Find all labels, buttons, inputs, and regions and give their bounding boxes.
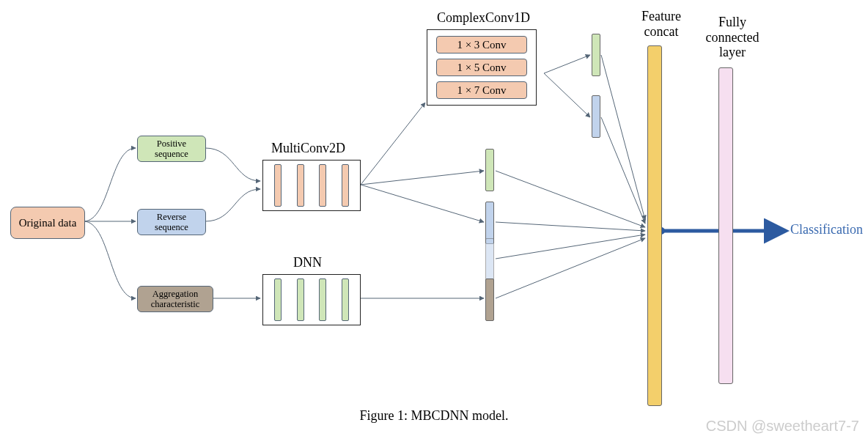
complex-out-green [592, 34, 600, 76]
fully-connected-label: Fully connected layer [696, 15, 769, 60]
aggregation-label: Aggregation characteristic [151, 289, 200, 310]
dnn-bar [274, 278, 282, 321]
dnn-bar [319, 278, 326, 321]
reverse-sequence-node: Reverse sequence [137, 209, 206, 235]
conv-row-text: 1 × 5 Conv [457, 62, 506, 74]
conv-row-1x5: 1 × 5 Conv [436, 59, 527, 76]
complex-out-blue [592, 95, 600, 138]
mid-brown-bar [485, 278, 494, 321]
original-data-node: Original data [10, 207, 85, 239]
dnn-bar [342, 278, 349, 321]
conv-row-text: 1 × 3 Conv [457, 39, 506, 51]
feature-concat-label: Feature concat [632, 9, 691, 39]
conv-row-text: 1 × 7 Conv [457, 84, 506, 97]
dnn-label: DNN [293, 255, 322, 270]
svg-line-0 [361, 103, 425, 185]
conv-row-1x3: 1 × 3 Conv [436, 36, 527, 54]
multiconv-bar [274, 164, 282, 207]
fully-connected-bar [718, 67, 733, 384]
aggregation-node: Aggregation characteristic [137, 286, 213, 312]
original-data-label: Original data [19, 217, 77, 229]
caption-text: Figure 1: MBCDNN model. [359, 408, 508, 423]
mid-blue2-bar [485, 238, 494, 281]
complexconv1d-block: 1 × 3 Conv 1 × 5 Conv 1 × 7 Conv [427, 29, 537, 106]
svg-line-9 [496, 222, 645, 231]
svg-line-7 [601, 117, 645, 224]
classification-output-label: Classification [790, 222, 863, 237]
multiconv-bar [319, 164, 326, 207]
svg-line-1 [361, 171, 484, 185]
reverse-label: Reverse sequence [155, 212, 188, 233]
multiconv2d-block [262, 160, 361, 211]
complexconv1d-label: ComplexConv1D [437, 10, 530, 26]
positive-label: Positive sequence [155, 139, 188, 160]
conv-row-1x7: 1 × 7 Conv [436, 81, 527, 99]
svg-line-2 [361, 185, 484, 222]
feature-concat-bar [647, 45, 662, 406]
svg-line-10 [496, 235, 645, 259]
multiconv-bar [342, 164, 349, 207]
multiconv-bar [297, 164, 304, 207]
svg-line-6 [601, 55, 645, 220]
svg-line-5 [544, 73, 590, 117]
svg-line-11 [496, 238, 645, 298]
multiconv2d-label: MultiConv2D [271, 141, 345, 156]
svg-line-4 [544, 55, 590, 73]
dnn-bar [297, 278, 304, 321]
positive-sequence-node: Positive sequence [137, 136, 206, 162]
mid-green-bar [485, 149, 494, 191]
dnn-block [262, 274, 361, 325]
svg-line-8 [496, 171, 645, 227]
watermark-text: CSDN @sweetheart7-7 [706, 418, 859, 435]
